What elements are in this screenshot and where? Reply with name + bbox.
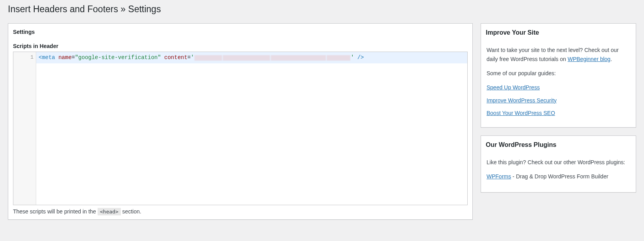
help-text-suffix: section.	[121, 208, 141, 215]
code-token: '	[191, 54, 194, 61]
page-title: Insert Headers and Footers » Settings	[8, 0, 636, 23]
improve-site-panel: Improve Your Site Want to take your site…	[481, 23, 636, 128]
code-token: content	[164, 54, 187, 61]
wpforms-link[interactable]: WPForms	[487, 173, 511, 180]
guide-link-seo[interactable]: Boost Your WordPress SEO	[487, 110, 555, 116]
plugins-panel: Our WordPress Plugins Like this plugin? …	[481, 135, 636, 193]
header-scripts-editor[interactable]: 1 <meta name="google-site-verification" …	[13, 52, 468, 205]
improve-intro-post: .	[611, 56, 612, 62]
guide-list: Speed Up WordPress Improve WordPress Sec…	[487, 83, 630, 117]
settings-heading: Settings	[8, 24, 472, 41]
redacted-content	[271, 55, 326, 61]
redacted-content	[194, 55, 222, 61]
header-scripts-label: Scripts in Header	[13, 43, 468, 49]
editor-code-area[interactable]: <meta name="google-site-verification" co…	[36, 52, 467, 205]
popular-guides-label: Some of our popular guides:	[487, 69, 630, 78]
code-token: name	[58, 54, 72, 61]
plugins-item-1-desc: - Drag & Drop WordPress Form Builder	[511, 173, 608, 180]
line-number: 1	[13, 54, 33, 61]
settings-panel: Settings Scripts in Header 1 <meta name=…	[8, 23, 473, 220]
redacted-content	[327, 55, 350, 61]
code-token: =	[187, 54, 191, 61]
guide-link-security[interactable]: Improve WordPress Security	[487, 97, 557, 104]
plugins-item-1: WPForms - Drag & Drop WordPress Form Bui…	[487, 172, 630, 181]
code-token: meta	[42, 54, 55, 61]
help-text-prefix: These scripts will be printed in the	[13, 208, 98, 215]
guide-link-speed[interactable]: Speed Up WordPress	[487, 84, 540, 91]
code-line-1[interactable]: <meta name="google-site-verification" co…	[36, 52, 467, 63]
header-scripts-help: These scripts will be printed in the <he…	[13, 208, 468, 215]
code-token: />	[354, 54, 364, 61]
editor-gutter: 1	[13, 52, 36, 205]
code-token: "google-site-verification"	[75, 54, 161, 61]
plugins-heading: Our WordPress Plugins	[481, 136, 636, 154]
help-text-code: <head>	[98, 208, 121, 215]
improve-heading: Improve Your Site	[481, 24, 636, 42]
redacted-content	[223, 55, 270, 61]
improve-intro: Want to take your site to the next level…	[487, 46, 630, 63]
plugins-intro: Like this plugin? Check out our other Wo…	[487, 158, 630, 167]
wpbeginner-link[interactable]: WPBeginner blog	[568, 56, 611, 62]
